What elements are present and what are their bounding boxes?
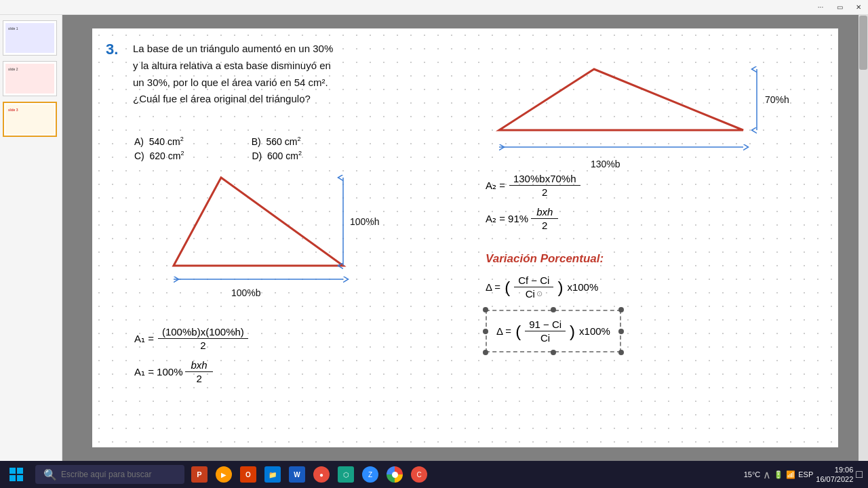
wifi-icon: 📶 (786, 470, 795, 479)
svg-text:100%h: 100%h (350, 216, 380, 227)
svg-text:100%b: 100%b (231, 287, 261, 298)
close-btn[interactable]: ✕ (849, 0, 868, 15)
A2-num2: bxh (531, 205, 558, 219)
taskbar-zoom[interactable]: Z (358, 461, 382, 488)
scrollbar-thumb[interactable] (859, 16, 867, 70)
A1-num: (100%b)x(100%h) (158, 325, 248, 339)
variation-formula1: Δ = ( Cf − Ci Ci⊙ ) x100% (486, 274, 621, 300)
variation-formula2: Δ = ( 91 − Ci Ci ) x100% (486, 310, 621, 352)
A1-fraction2: bxh 2 (185, 359, 212, 385)
taskbar: 🔍 P ▶ O 📁 W ● ⬡ Z C 15°C ∧ 🔋 📶 ESP (0, 461, 868, 488)
chrome-icon (387, 466, 403, 483)
chevron-up-icon[interactable]: ∧ (763, 468, 771, 481)
more-btn[interactable]: ··· (811, 0, 830, 15)
title-bar: ··· ▭ ✕ (0, 0, 868, 15)
v-num1: Cf − Ci (514, 274, 553, 287)
window: ··· ▭ ✕ 1 slide 1 2 slide 2 (0, 0, 868, 461)
main-area: 3. La base de un triángulo aumentó en un… (62, 15, 868, 461)
formula-A1: A₁ = (100%b)x(100%h) 2 A₁ = 100% bxh 2 (134, 325, 248, 385)
date-display: 16/07/2022 (816, 474, 853, 484)
taskbar-right: 15°C ∧ 🔋 📶 ESP 19:06 16/07/2022 □ (744, 465, 868, 485)
problem-line3: un 30%, por lo que el área varió en 54 c… (133, 75, 333, 92)
variation-section: Variación Porcentual: Δ = ( Cf − Ci Ci⊙ … (486, 252, 621, 352)
handle-ml (483, 329, 488, 334)
answer-choices: A) 540 cm2 B) 560 cm2 C) 620 cm2 D) 600 … (134, 136, 302, 161)
answer-b: B) 560 cm2 (252, 136, 301, 147)
A2-den2: 2 (536, 219, 553, 232)
left-triangle-diagram: 100%h 100%b (167, 178, 384, 316)
svg-marker-11 (499, 69, 743, 130)
problem-line1: La base de un triángulo aumentó en un 30… (133, 41, 333, 58)
A1-den: 2 (196, 339, 210, 352)
A2-eq2: A₂ = 91% (486, 213, 528, 225)
app3-icon: ⬡ (338, 466, 354, 483)
problem-line2: y la altura relativa a esta base disminu… (133, 58, 333, 75)
answer-a: A) 540 cm2 (134, 136, 184, 147)
taskbar-app2[interactable]: ● (309, 461, 334, 488)
answer-d: D) 600 cm2 (252, 150, 301, 161)
taskbar-time: 19:06 16/07/2022 (816, 465, 853, 485)
lparen1: ( (505, 279, 510, 296)
variation-title: Variación Porcentual: (486, 252, 621, 266)
slide-thumb-3[interactable]: slide 3 (3, 102, 57, 137)
variation-formula2-container[interactable]: Δ = ( 91 − Ci Ci ) x100% (486, 310, 621, 352)
taskbar-vlc[interactable]: ▶ (212, 461, 236, 488)
handle-bl (483, 350, 488, 355)
slide-thumb-2[interactable]: slide 2 (3, 61, 57, 96)
formula-A2: A₂ = 130%bx70%h 2 A₂ = 91% bxh 2 (486, 172, 580, 232)
svg-marker-6 (174, 178, 343, 266)
vlc-icon: ▶ (216, 466, 232, 483)
explorer-icon: 📁 (264, 466, 281, 483)
taskbar-chrome2[interactable]: C (407, 461, 431, 488)
A1-num2: bxh (185, 359, 212, 372)
restore-btn[interactable]: ▭ (830, 0, 849, 15)
taskbar-chrome[interactable] (382, 461, 407, 488)
scrollbar[interactable] (859, 15, 868, 461)
start-button[interactable] (0, 461, 33, 488)
A1-den2: 2 (191, 372, 207, 385)
taskbar-office[interactable]: O (236, 461, 260, 488)
rparen2: ) (570, 323, 575, 340)
v-fraction1: Cf − Ci Ci⊙ (514, 274, 553, 300)
zoom-icon: Z (362, 466, 378, 483)
handle-tr (618, 307, 624, 312)
rparen1: ) (557, 279, 563, 296)
lparen2: ( (515, 323, 521, 340)
powerpoint-container: 1 slide 1 2 slide 2 3 (0, 15, 868, 461)
v-num2: 91 − Ci (525, 318, 566, 331)
time-display: 19:06 (816, 465, 853, 474)
problem-line4: ¿Cuál fue el área original del triángulo… (133, 91, 333, 108)
office-icon: O (240, 466, 256, 483)
taskbar-app3[interactable]: ⬡ (334, 461, 358, 488)
right-triangle-diagram: 70%h 130%b (486, 62, 825, 187)
search-input[interactable] (61, 470, 176, 479)
handle-mr (618, 329, 624, 334)
x100-2: x100% (579, 325, 610, 337)
x100-1: x100% (567, 281, 598, 293)
taskbar-word[interactable]: W (285, 461, 309, 488)
v-den2: Ci (536, 331, 554, 344)
problem-number: 3. (106, 41, 126, 108)
slide-thumb-1[interactable]: slide 1 (3, 20, 57, 56)
A2-fraction2: bxh 2 (531, 205, 558, 232)
taskbar-explorer[interactable]: 📁 (260, 461, 285, 488)
v-fraction2: 91 − Ci Ci (525, 318, 566, 344)
handle-bm (551, 350, 556, 355)
taskbar-powerpoint[interactable]: P (187, 461, 212, 488)
svg-text:slide 1: slide 1 (8, 26, 18, 30)
A2-fraction: 130%bx70%h 2 (509, 172, 580, 199)
delta2: Δ = (496, 325, 511, 337)
A1-eq2: A₁ = 100% (134, 366, 182, 378)
taskbar-search[interactable]: 🔍 (35, 465, 184, 484)
pp-icon: P (191, 466, 208, 483)
word-icon: W (289, 466, 305, 483)
svg-text:slide 3: slide 3 (8, 108, 18, 112)
battery-icon: 🔋 (774, 470, 783, 479)
A2-num: 130%bx70%h (509, 172, 580, 186)
handle-tl (483, 307, 488, 312)
chrome2-icon: C (411, 466, 427, 483)
svg-text:slide 2: slide 2 (8, 67, 18, 71)
A2-eq: A₂ = (486, 180, 505, 192)
A2-den: 2 (538, 186, 551, 199)
notification-icon[interactable]: □ (856, 468, 863, 481)
